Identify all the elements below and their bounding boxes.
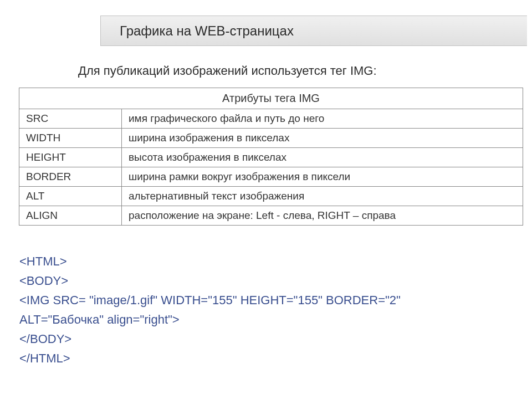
attr-name: HEIGHT bbox=[19, 148, 122, 167]
code-line: <IMG SRC= "image/1.gif" WIDTH="155" HEIG… bbox=[19, 291, 401, 309]
attr-desc: ширина изображения в пикселах bbox=[122, 129, 523, 148]
code-line: </HTML> bbox=[19, 349, 401, 367]
code-line: ALT="Бабочка" align="right"> bbox=[19, 310, 401, 329]
attr-name: SRC bbox=[19, 109, 122, 129]
attr-name: ALT bbox=[19, 187, 122, 206]
page-title: Графика на WEB-страницах bbox=[120, 23, 294, 39]
attr-name: ALIGN bbox=[19, 206, 122, 226]
attr-desc: ширина рамки вокруг изображения в пиксел… bbox=[122, 167, 523, 187]
attr-desc: расположение на экране: Left - слева, RI… bbox=[122, 206, 523, 226]
code-line: <BODY> bbox=[19, 272, 401, 290]
attr-desc: высота изображения в пикселах bbox=[122, 148, 523, 167]
table-row: SRC имя графического файла и путь до нег… bbox=[19, 109, 523, 129]
attr-name: BORDER bbox=[19, 167, 122, 187]
attr-name: WIDTH bbox=[19, 129, 122, 148]
table-row: BORDER ширина рамки вокруг изображения в… bbox=[19, 167, 523, 187]
table-row: HEIGHT высота изображения в пикселах bbox=[19, 148, 523, 167]
table-row: WIDTH ширина изображения в пикселах bbox=[19, 129, 523, 148]
code-example: <HTML> <BODY> <IMG SRC= "image/1.gif" WI… bbox=[19, 252, 401, 369]
intro-text: Для публикаций изображений используется … bbox=[78, 64, 377, 78]
code-line: </BODY> bbox=[19, 330, 401, 348]
table-header: Атрибуты тега IMG bbox=[19, 88, 523, 109]
code-line: <HTML> bbox=[19, 252, 401, 270]
table-row: ALIGN расположение на экране: Left - сле… bbox=[19, 206, 523, 226]
title-bar: Графика на WEB-страницах bbox=[100, 16, 527, 46]
attr-desc: альтернативный текст изображения bbox=[122, 187, 523, 206]
table-row: ALT альтернативный текст изображения bbox=[19, 187, 523, 206]
attr-desc: имя графического файла и путь до него bbox=[122, 109, 523, 129]
attributes-table: Атрибуты тега IMG SRC имя графического ф… bbox=[19, 88, 523, 226]
